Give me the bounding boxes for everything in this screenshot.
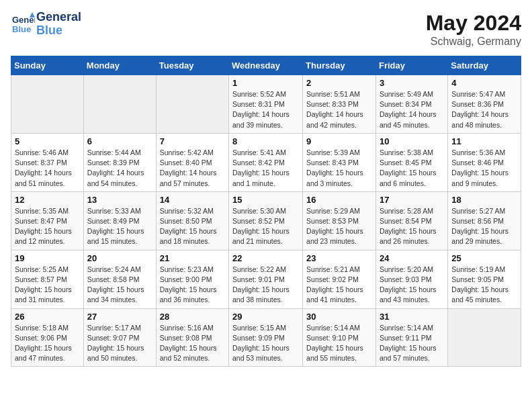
- day-cell: 23Sunrise: 5:21 AM Sunset: 9:02 PM Dayli…: [303, 250, 376, 308]
- day-info: Sunrise: 5:19 AM Sunset: 9:05 PM Dayligh…: [451, 265, 517, 306]
- day-cell: 8Sunrise: 5:41 AM Sunset: 8:42 PM Daylig…: [229, 133, 303, 191]
- day-cell: 17Sunrise: 5:28 AM Sunset: 8:54 PM Dayli…: [375, 191, 447, 250]
- col-header-friday: Friday: [375, 56, 447, 75]
- calendar-body: 1Sunrise: 5:52 AM Sunset: 8:31 PM Daylig…: [11, 75, 521, 367]
- col-header-wednesday: Wednesday: [229, 56, 303, 75]
- logo-icon: General Blue: [11, 12, 35, 36]
- day-info: Sunrise: 5:49 AM Sunset: 8:34 PM Dayligh…: [380, 89, 444, 130]
- day-number: 26: [15, 312, 80, 322]
- day-number: 10: [380, 136, 444, 146]
- day-number: 2: [306, 78, 372, 88]
- day-cell: 18Sunrise: 5:27 AM Sunset: 8:56 PM Dayli…: [448, 191, 521, 250]
- day-info: Sunrise: 5:25 AM Sunset: 8:57 PM Dayligh…: [15, 265, 80, 306]
- day-cell: 19Sunrise: 5:25 AM Sunset: 8:57 PM Dayli…: [11, 250, 84, 308]
- day-info: Sunrise: 5:14 AM Sunset: 9:10 PM Dayligh…: [306, 323, 372, 364]
- day-number: 27: [87, 312, 152, 322]
- day-info: Sunrise: 5:29 AM Sunset: 8:53 PM Dayligh…: [306, 206, 372, 247]
- day-cell: 15Sunrise: 5:30 AM Sunset: 8:52 PM Dayli…: [229, 191, 303, 250]
- day-number: 12: [15, 195, 80, 205]
- day-number: 17: [380, 195, 444, 205]
- location-title: Schwaig, Germany: [426, 36, 521, 48]
- day-cell: 31Sunrise: 5:14 AM Sunset: 9:11 PM Dayli…: [375, 308, 447, 367]
- day-number: 11: [451, 136, 517, 146]
- day-number: 21: [160, 253, 225, 263]
- col-header-sunday: Sunday: [11, 56, 84, 75]
- day-cell: 1Sunrise: 5:52 AM Sunset: 8:31 PM Daylig…: [229, 75, 303, 134]
- title-block: May 2024 Schwaig, Germany: [426, 11, 521, 48]
- day-cell: 16Sunrise: 5:29 AM Sunset: 8:53 PM Dayli…: [303, 191, 376, 250]
- day-number: 20: [87, 253, 152, 263]
- logo-blue: Blue: [36, 24, 81, 38]
- day-cell: 2Sunrise: 5:51 AM Sunset: 8:33 PM Daylig…: [303, 75, 376, 134]
- day-cell: 9Sunrise: 5:39 AM Sunset: 8:43 PM Daylig…: [303, 133, 376, 191]
- day-cell: 6Sunrise: 5:44 AM Sunset: 8:39 PM Daylig…: [83, 133, 156, 191]
- day-number: 29: [232, 312, 299, 322]
- day-number: 23: [306, 253, 372, 263]
- day-info: Sunrise: 5:22 AM Sunset: 9:01 PM Dayligh…: [232, 265, 299, 306]
- page: General Blue General Blue May 2024 Schwa…: [0, 0, 532, 377]
- day-info: Sunrise: 5:38 AM Sunset: 8:45 PM Dayligh…: [380, 148, 444, 189]
- day-cell: 7Sunrise: 5:42 AM Sunset: 8:40 PM Daylig…: [156, 133, 228, 191]
- day-cell: 25Sunrise: 5:19 AM Sunset: 9:05 PM Dayli…: [448, 250, 521, 308]
- day-info: Sunrise: 5:18 AM Sunset: 9:06 PM Dayligh…: [15, 323, 80, 364]
- day-number: 13: [87, 195, 152, 205]
- day-number: 25: [451, 253, 517, 263]
- week-row-0: 1Sunrise: 5:52 AM Sunset: 8:31 PM Daylig…: [11, 75, 521, 134]
- day-cell: 26Sunrise: 5:18 AM Sunset: 9:06 PM Dayli…: [11, 308, 84, 367]
- day-info: Sunrise: 5:17 AM Sunset: 9:07 PM Dayligh…: [87, 323, 152, 364]
- day-info: Sunrise: 5:20 AM Sunset: 9:03 PM Dayligh…: [380, 265, 444, 306]
- day-number: 22: [232, 253, 299, 263]
- day-number: 24: [380, 253, 444, 263]
- day-number: 7: [160, 136, 225, 146]
- day-cell: 30Sunrise: 5:14 AM Sunset: 9:10 PM Dayli…: [303, 308, 376, 367]
- day-cell: 22Sunrise: 5:22 AM Sunset: 9:01 PM Dayli…: [229, 250, 303, 308]
- day-cell: 29Sunrise: 5:15 AM Sunset: 9:09 PM Dayli…: [229, 308, 303, 367]
- day-number: 18: [451, 195, 517, 205]
- day-cell: [83, 75, 156, 134]
- day-number: 16: [306, 195, 372, 205]
- day-cell: [156, 75, 228, 134]
- month-year-title: May 2024: [426, 11, 521, 36]
- day-cell: 27Sunrise: 5:17 AM Sunset: 9:07 PM Dayli…: [83, 308, 156, 367]
- day-cell: 3Sunrise: 5:49 AM Sunset: 8:34 PM Daylig…: [375, 75, 447, 134]
- day-info: Sunrise: 5:44 AM Sunset: 8:39 PM Dayligh…: [87, 148, 152, 189]
- day-info: Sunrise: 5:52 AM Sunset: 8:31 PM Dayligh…: [232, 89, 299, 130]
- logo: General Blue General Blue: [11, 11, 81, 38]
- day-cell: 10Sunrise: 5:38 AM Sunset: 8:45 PM Dayli…: [375, 133, 447, 191]
- day-cell: 21Sunrise: 5:23 AM Sunset: 9:00 PM Dayli…: [156, 250, 228, 308]
- day-info: Sunrise: 5:47 AM Sunset: 8:36 PM Dayligh…: [451, 89, 517, 130]
- day-number: 6: [87, 136, 152, 146]
- day-info: Sunrise: 5:42 AM Sunset: 8:40 PM Dayligh…: [160, 148, 225, 189]
- week-row-3: 19Sunrise: 5:25 AM Sunset: 8:57 PM Dayli…: [11, 250, 521, 308]
- day-number: 8: [232, 136, 299, 146]
- week-row-4: 26Sunrise: 5:18 AM Sunset: 9:06 PM Dayli…: [11, 308, 521, 367]
- day-number: 3: [380, 78, 444, 88]
- day-info: Sunrise: 5:41 AM Sunset: 8:42 PM Dayligh…: [232, 148, 299, 189]
- col-header-thursday: Thursday: [303, 56, 376, 75]
- day-info: Sunrise: 5:23 AM Sunset: 9:00 PM Dayligh…: [160, 265, 225, 306]
- day-number: 30: [306, 312, 372, 322]
- col-header-saturday: Saturday: [448, 56, 521, 75]
- day-cell: 4Sunrise: 5:47 AM Sunset: 8:36 PM Daylig…: [448, 75, 521, 134]
- header-row: SundayMondayTuesdayWednesdayThursdayFrid…: [11, 56, 521, 75]
- day-info: Sunrise: 5:51 AM Sunset: 8:33 PM Dayligh…: [306, 89, 372, 130]
- day-info: Sunrise: 5:30 AM Sunset: 8:52 PM Dayligh…: [232, 206, 299, 247]
- day-cell: 14Sunrise: 5:32 AM Sunset: 8:50 PM Dayli…: [156, 191, 228, 250]
- day-number: 19: [15, 253, 80, 263]
- day-info: Sunrise: 5:39 AM Sunset: 8:43 PM Dayligh…: [306, 148, 372, 189]
- logo-general: General: [36, 11, 81, 24]
- day-number: 31: [380, 312, 444, 322]
- week-row-1: 5Sunrise: 5:46 AM Sunset: 8:37 PM Daylig…: [11, 133, 521, 191]
- day-info: Sunrise: 5:33 AM Sunset: 8:49 PM Dayligh…: [87, 206, 152, 247]
- day-number: 5: [15, 136, 80, 146]
- day-info: Sunrise: 5:46 AM Sunset: 8:37 PM Dayligh…: [15, 148, 80, 189]
- day-info: Sunrise: 5:16 AM Sunset: 9:08 PM Dayligh…: [160, 323, 225, 364]
- day-info: Sunrise: 5:24 AM Sunset: 8:58 PM Dayligh…: [87, 265, 152, 306]
- col-header-monday: Monday: [83, 56, 156, 75]
- week-row-2: 12Sunrise: 5:35 AM Sunset: 8:47 PM Dayli…: [11, 191, 521, 250]
- day-info: Sunrise: 5:27 AM Sunset: 8:56 PM Dayligh…: [451, 206, 517, 247]
- calendar-table: SundayMondayTuesdayWednesdayThursdayFrid…: [11, 56, 521, 367]
- day-info: Sunrise: 5:28 AM Sunset: 8:54 PM Dayligh…: [380, 206, 444, 247]
- day-cell: 28Sunrise: 5:16 AM Sunset: 9:08 PM Dayli…: [156, 308, 228, 367]
- day-info: Sunrise: 5:35 AM Sunset: 8:47 PM Dayligh…: [15, 206, 80, 247]
